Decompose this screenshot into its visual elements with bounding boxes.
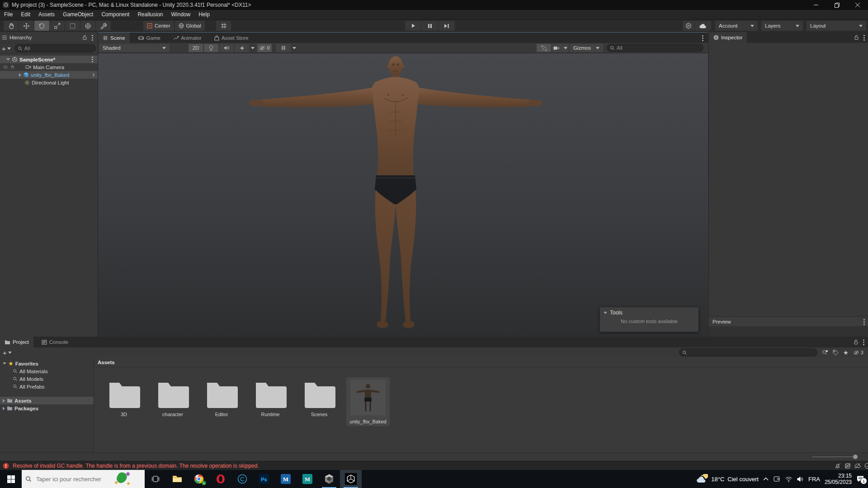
prefab-open-chevron-icon[interactable] bbox=[92, 73, 95, 77]
minimize-button[interactable] bbox=[806, 0, 826, 10]
tray-expand-chevron[interactable] bbox=[763, 477, 769, 481]
hierarchy-item-unity-fbx-baked[interactable]: unity_fbx_Baked bbox=[0, 71, 98, 79]
taskbar-clock[interactable]: 23:15 25/05/2023 bbox=[825, 473, 852, 485]
pickability-hand-icon[interactable] bbox=[10, 65, 14, 70]
scale-tool-button[interactable] bbox=[50, 21, 65, 31]
hierarchy-menu-kebab[interactable] bbox=[92, 37, 93, 38]
unity-hub-button[interactable] bbox=[318, 470, 340, 488]
tab-game[interactable]: Game bbox=[133, 33, 165, 43]
restore-button[interactable] bbox=[826, 0, 847, 10]
tab-console[interactable]: Console bbox=[37, 337, 73, 347]
project-menu-kebab[interactable] bbox=[863, 342, 864, 343]
grid-snap-button[interactable] bbox=[216, 21, 231, 31]
hidden-objects-button[interactable]: 0 bbox=[257, 44, 272, 52]
account-dropdown[interactable]: Account bbox=[715, 21, 758, 31]
search-by-label-button[interactable] bbox=[833, 350, 839, 356]
chrome-button[interactable]: h bbox=[188, 470, 210, 488]
wifi-icon[interactable] bbox=[785, 476, 793, 482]
visibility-eye-icon[interactable] bbox=[3, 65, 8, 69]
file-explorer-button[interactable] bbox=[166, 470, 188, 488]
grid-dropdown-icon[interactable] bbox=[292, 47, 296, 49]
hidden-packages-toggle[interactable]: 3 bbox=[853, 350, 863, 355]
tab-animator[interactable]: Animator bbox=[169, 33, 206, 43]
volume-icon[interactable] bbox=[797, 476, 804, 482]
rect-tool-button[interactable] bbox=[65, 21, 80, 31]
hierarchy-search-input[interactable]: All bbox=[14, 44, 96, 52]
version-control-button[interactable] bbox=[683, 21, 694, 31]
tools-overlay[interactable]: Tools No custom tools available bbox=[599, 307, 699, 332]
unity-editor-button[interactable] bbox=[340, 470, 362, 488]
scene-options-kebab[interactable] bbox=[92, 59, 93, 60]
scene-lighting-button[interactable] bbox=[204, 44, 218, 52]
scene-effects-button[interactable] bbox=[235, 44, 249, 52]
gizmos-dropdown[interactable]: Gizmos bbox=[570, 44, 603, 52]
taskbar-search[interactable] bbox=[22, 470, 145, 488]
motionbuilder-button[interactable]: M bbox=[275, 470, 297, 488]
status-error-message[interactable]: Resolve of invalid GC handle. The handle… bbox=[13, 463, 259, 469]
scene-panel-kebab[interactable] bbox=[702, 38, 703, 39]
tools-overlay-header[interactable]: Tools bbox=[600, 307, 698, 316]
c-tool-button[interactable]: C bbox=[231, 470, 253, 488]
hand-tool-button[interactable] bbox=[4, 21, 19, 31]
project-grid[interactable]: Assets 3D character Editor Runtime bbox=[94, 357, 868, 453]
create-dropdown-icon[interactable] bbox=[7, 47, 11, 50]
lock-icon[interactable] bbox=[82, 35, 87, 40]
favorite-all-prefabs[interactable]: All Prefabs bbox=[0, 383, 94, 390]
preview-header[interactable]: Preview bbox=[709, 316, 868, 327]
scene-audio-button[interactable] bbox=[219, 44, 234, 52]
hierarchy-item-directional-light[interactable]: Directional Light bbox=[0, 79, 98, 86]
lock-icon[interactable] bbox=[854, 35, 859, 40]
rotate-tool-button[interactable] bbox=[34, 21, 49, 31]
transform-tool-button[interactable] bbox=[80, 21, 95, 31]
move-tool-button[interactable] bbox=[19, 21, 34, 31]
tab-scene[interactable]: Scene bbox=[98, 33, 130, 43]
menu-reallusion[interactable]: Reallusion bbox=[133, 10, 167, 19]
favorite-all-models[interactable]: All Models bbox=[0, 375, 94, 383]
favorite-search-button[interactable]: ★ bbox=[843, 349, 849, 356]
thumbnail-size-slider[interactable] bbox=[812, 456, 855, 457]
favorite-all-materials[interactable]: All Materials bbox=[0, 367, 94, 375]
menu-help[interactable]: Help bbox=[194, 10, 214, 19]
root-packages[interactable]: Packages bbox=[0, 404, 94, 412]
weather-widget[interactable]: 18°C Ciel couvert bbox=[696, 474, 759, 484]
language-indicator[interactable]: FRA bbox=[808, 476, 820, 483]
start-button[interactable] bbox=[0, 470, 22, 488]
expander-icon[interactable] bbox=[3, 362, 6, 365]
scene-camera-button[interactable] bbox=[552, 44, 569, 52]
folder-character[interactable]: character bbox=[151, 380, 194, 426]
photoshop-button[interactable]: Ps bbox=[253, 470, 275, 488]
scene-search-input[interactable]: All bbox=[607, 44, 703, 52]
lock-icon[interactable] bbox=[854, 339, 859, 345]
folder-runtime[interactable]: Runtime bbox=[249, 380, 292, 426]
play-button[interactable] bbox=[405, 21, 421, 31]
taskbar-search-input[interactable] bbox=[35, 475, 109, 483]
folder-scenes[interactable]: Scenes bbox=[297, 380, 341, 426]
close-button[interactable] bbox=[847, 0, 868, 10]
step-button[interactable] bbox=[439, 21, 455, 31]
favorites-row[interactable]: ★ Favorites bbox=[0, 360, 94, 367]
tab-project[interactable]: Project bbox=[0, 337, 33, 347]
effects-dropdown-icon[interactable] bbox=[251, 47, 255, 49]
hierarchy-item-main-camera[interactable]: Main Camera bbox=[0, 63, 98, 71]
layout-dropdown[interactable]: Layout bbox=[807, 21, 866, 31]
create-add-button[interactable]: + bbox=[3, 349, 7, 357]
notifications-muted-icon[interactable] bbox=[835, 463, 841, 469]
folder-3d[interactable]: 3D bbox=[102, 380, 146, 426]
root-assets[interactable]: Assets bbox=[0, 397, 94, 404]
2d-toggle-button[interactable]: 2D bbox=[189, 44, 203, 52]
custom-tool-button[interactable] bbox=[96, 21, 111, 31]
menu-file[interactable]: File bbox=[0, 10, 17, 19]
cache-server-disconnected-icon[interactable] bbox=[844, 463, 851, 469]
menu-component[interactable]: Component bbox=[97, 10, 133, 19]
inspector-menu-kebab[interactable] bbox=[863, 37, 865, 38]
expander-icon[interactable] bbox=[3, 399, 5, 403]
create-dropdown-icon[interactable] bbox=[8, 352, 12, 354]
maya-button[interactable]: M bbox=[297, 470, 318, 488]
menu-gameobject[interactable]: GameObject bbox=[59, 10, 97, 19]
scene-header-row[interactable]: SampleScene* bbox=[0, 56, 98, 63]
task-view-button[interactable] bbox=[145, 470, 166, 488]
expander-icon[interactable] bbox=[3, 407, 5, 410]
scene-viewport[interactable]: Tools No custom tools available bbox=[98, 53, 708, 337]
draw-mode-dropdown[interactable]: Shaded bbox=[99, 44, 170, 52]
pivot-toggle-button[interactable]: Center bbox=[143, 21, 174, 31]
